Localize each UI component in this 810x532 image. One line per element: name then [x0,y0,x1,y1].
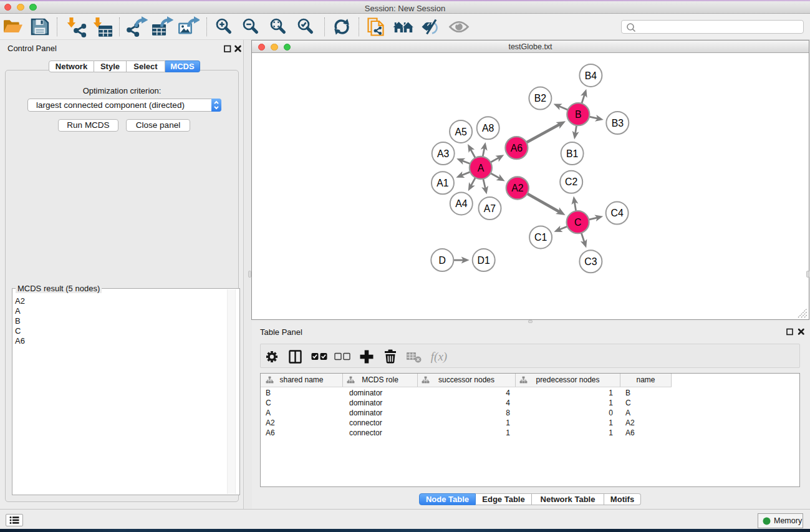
svg-text:B1: B1 [566,148,579,159]
svg-text:A8: A8 [482,123,494,133]
svg-text:A: A [478,163,485,173]
svg-text:B3: B3 [612,118,624,128]
svg-text:C: C [574,217,581,228]
svg-text:B4: B4 [585,70,597,81]
svg-text:A4: A4 [455,198,468,209]
svg-text:A3: A3 [437,148,450,159]
svg-text:A2: A2 [511,183,523,193]
svg-text:B: B [575,109,582,120]
svg-text:C1: C1 [534,232,547,243]
svg-text:C3: C3 [584,256,597,267]
svg-text:C4: C4 [610,208,623,218]
svg-text:B2: B2 [534,93,546,104]
svg-text:C2: C2 [565,177,577,187]
svg-text:A6: A6 [511,143,523,153]
svg-text:A1: A1 [436,178,449,188]
svg-text:D1: D1 [478,255,490,266]
svg-text:D: D [439,255,446,266]
svg-text:A5: A5 [455,127,467,137]
svg-text:A7: A7 [484,203,496,214]
